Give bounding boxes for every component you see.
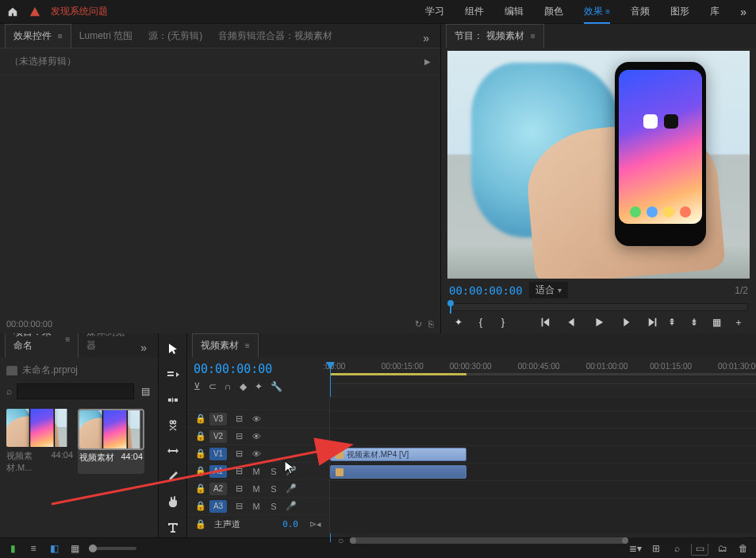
search-input[interactable]: [17, 383, 134, 399]
lift-icon[interactable]: ⇞: [666, 316, 678, 329]
track-v2-lane[interactable]: [330, 428, 756, 445]
program-timecode[interactable]: 00:00:00:00: [449, 284, 523, 297]
tab-effect-controls[interactable]: 效果控件≡: [5, 24, 71, 48]
eye-icon[interactable]: 👁: [251, 432, 262, 441]
loop-icon[interactable]: ↻: [415, 319, 422, 329]
lock-icon[interactable]: 🔒: [195, 431, 203, 441]
workspace-tab-color[interactable]: 颜色: [544, 5, 563, 18]
toggle-output-icon[interactable]: ⊟: [233, 414, 244, 424]
mark-in-icon[interactable]: {: [474, 316, 487, 329]
razor-tool-icon[interactable]: [165, 418, 181, 433]
search-icon[interactable]: ⌕: [6, 386, 12, 397]
eye-icon[interactable]: 👁: [251, 414, 262, 424]
lock-icon[interactable]: 🔒: [195, 448, 203, 459]
ripple-edit-tool-icon[interactable]: [165, 392, 181, 408]
toggle-output-icon[interactable]: ⊟: [233, 448, 244, 459]
tab-source-monitor[interactable]: 源：(无剪辑): [140, 25, 210, 48]
freeform-icon[interactable]: ▦: [68, 542, 81, 555]
step-back-icon[interactable]: [566, 316, 578, 329]
audio-clip[interactable]: [330, 465, 466, 479]
workspace-tab-learn[interactable]: 学习: [425, 5, 444, 18]
type-tool-icon[interactable]: [165, 519, 181, 535]
panel-overflow-icon[interactable]: »: [416, 29, 436, 48]
add-marker-icon[interactable]: ✦: [452, 316, 465, 329]
mute-toggle[interactable]: M: [251, 484, 262, 494]
home-icon[interactable]: [6, 6, 19, 18]
lock-icon[interactable]: 🔒: [195, 501, 203, 511]
workspace-tab-audio[interactable]: 音频: [631, 5, 650, 18]
thumbnail-size-slider[interactable]: [89, 547, 136, 550]
go-to-in-icon[interactable]: [539, 316, 551, 329]
play-icon[interactable]: [593, 316, 605, 329]
timeline-horizontal-scrollbar[interactable]: [350, 537, 748, 544]
toggle-output-icon[interactable]: ⊟: [233, 501, 244, 511]
export-frame-icon[interactable]: ▦: [710, 316, 723, 329]
video-track-header-v3[interactable]: 🔒 V3 ⊟ 👁: [187, 410, 329, 427]
lock-icon[interactable]: 🔒: [195, 483, 203, 494]
list-view-icon[interactable]: ≡: [27, 542, 40, 555]
pen-tool-icon[interactable]: [165, 468, 181, 484]
workspace-overflow-icon[interactable]: »: [737, 6, 750, 18]
markers-icon[interactable]: ◆: [240, 381, 247, 392]
lock-icon[interactable]: 🔒: [195, 414, 203, 424]
tab-audio-clip-mixer[interactable]: 音频剪辑混合器：视频素材: [210, 25, 340, 48]
toggle-output-icon[interactable]: ⊟: [233, 466, 244, 476]
mark-out-icon[interactable]: }: [497, 316, 509, 329]
lock-icon[interactable]: 🔒: [195, 466, 203, 476]
track-select-tool-icon[interactable]: [165, 367, 181, 383]
timeline-ruler[interactable]: :00:00 00:00:15:00 00:00:30:00 00:00:45:…: [330, 362, 756, 384]
audio-track-header-a1[interactable]: 🔒 A1 ⊟ M S 🎤: [187, 462, 329, 479]
timeline-sequence-tab[interactable]: 视频素材≡: [192, 333, 259, 357]
video-clip[interactable]: 视频素材.MP4 [V]: [330, 448, 466, 461]
go-to-out-icon[interactable]: [647, 316, 659, 329]
filter-icon[interactable]: ▤: [139, 385, 152, 398]
magnet-icon[interactable]: ∩: [224, 381, 232, 392]
freeform-view-icon[interactable]: ▮: [6, 542, 19, 555]
track-v3-lane[interactable]: [330, 410, 756, 428]
voice-over-icon[interactable]: 🎤: [286, 501, 297, 511]
project-item[interactable]: 视频素材.M...44:04: [6, 409, 73, 474]
button-editor-icon[interactable]: ＋: [732, 316, 745, 329]
snap-icon[interactable]: ⊻: [194, 381, 201, 392]
slip-tool-icon[interactable]: [165, 443, 181, 459]
panel-overflow-icon[interactable]: »: [134, 338, 153, 357]
icon-view-icon[interactable]: ◧: [48, 542, 60, 555]
tab-lumetri-scopes[interactable]: Lumetri 范围: [71, 25, 140, 48]
timeline-timecode[interactable]: 00:00:00:00: [194, 362, 324, 376]
project-item[interactable]: 视频素材44:04: [78, 409, 144, 474]
workspace-tab-graphics[interactable]: 图形: [670, 5, 689, 18]
program-mini-timeline[interactable]: [449, 303, 748, 311]
settings-icon[interactable]: ✦: [255, 381, 263, 392]
hand-tool-icon[interactable]: [165, 494, 181, 510]
audio-track-header-a2[interactable]: 🔒 A2 ⊟ M S 🎤: [187, 479, 329, 497]
master-track-header[interactable]: 🔒 主声道 0.0 ⊳◂: [187, 514, 329, 533]
wrench-icon[interactable]: 🔧: [271, 381, 282, 392]
workspace-tab-effects[interactable]: 效果 ≡: [584, 5, 610, 18]
playback-resolution[interactable]: 1/2: [735, 285, 748, 296]
export-frame-icon[interactable]: ⎘: [428, 319, 434, 329]
toggle-output-icon[interactable]: ⊟: [233, 431, 244, 441]
linked-selection-icon[interactable]: ⊂: [209, 381, 217, 392]
workspace-tab-assembly[interactable]: 组件: [465, 5, 484, 18]
video-track-header-v2[interactable]: 🔒 V2 ⊟ 👁: [187, 427, 329, 444]
selection-tool-icon[interactable]: [165, 341, 181, 357]
program-video-preview[interactable]: [447, 51, 750, 279]
track-a3-lane[interactable]: [330, 498, 756, 515]
mute-toggle[interactable]: M: [251, 502, 262, 511]
workspace-tab-edit[interactable]: 编辑: [505, 5, 524, 18]
track-v1-lane[interactable]: 视频素材.MP4 [V]: [330, 445, 756, 463]
eye-icon[interactable]: 👁: [251, 449, 262, 459]
workspace-tab-library[interactable]: 库: [710, 5, 720, 18]
solo-toggle[interactable]: S: [268, 484, 279, 494]
audio-track-header-a3[interactable]: 🔒 A3 ⊟ M S 🎤: [187, 497, 329, 514]
solo-toggle[interactable]: S: [268, 467, 279, 476]
track-a2-lane[interactable]: [330, 480, 756, 498]
solo-toggle[interactable]: S: [268, 502, 279, 511]
lock-icon[interactable]: 🔒: [195, 519, 206, 529]
track-a1-lane[interactable]: [330, 463, 756, 480]
timeline-track-area[interactable]: 视频素材.MP4 [V]: [330, 397, 756, 533]
extract-icon[interactable]: ⇟: [688, 316, 700, 329]
step-forward-icon[interactable]: [620, 316, 632, 329]
video-track-header-v1[interactable]: 🔒 V1 ⊟ 👁: [187, 444, 329, 462]
zoom-level-dropdown[interactable]: 适合▾: [529, 282, 568, 298]
